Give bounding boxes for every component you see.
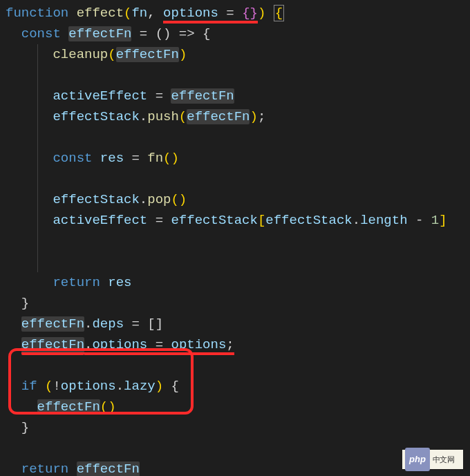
obj-effectStack: effectStack <box>53 192 139 207</box>
keyword-if: if <box>21 379 37 394</box>
rhs-options: options <box>171 337 226 355</box>
empty-array: [] <box>147 316 163 332</box>
line-18: if (!options.lazy) { <box>21 379 179 394</box>
keyword-function: function <box>6 6 68 21</box>
var-res: res <box>100 151 124 166</box>
line-8: const res = fn() <box>53 151 178 166</box>
param-fn: fn <box>131 6 147 21</box>
keyword-return: return <box>21 461 68 476</box>
obj-effectStack: effectStack <box>53 109 139 124</box>
close-brace-inner: } <box>21 296 29 311</box>
param-options: options <box>163 6 218 23</box>
push-arg: effectFn <box>187 109 250 124</box>
line-2: const effectFn = () => { <box>21 26 211 41</box>
var-effectFn: effectFn <box>68 26 131 41</box>
line-19: effectFn() <box>37 399 116 415</box>
line-1: function effect(fn, options = {}) { <box>6 5 284 23</box>
fn-cleanup: cleanup <box>53 47 108 62</box>
num-one: 1 <box>431 213 439 228</box>
obj-effectStack: effectStack <box>171 213 257 228</box>
code-block: function effect(fn, options = {}) { cons… <box>6 3 464 476</box>
watermark: php 中文网 <box>402 450 463 469</box>
obj-effectFn: effectFn <box>21 337 84 355</box>
line-16: effectFn.options = options; <box>21 337 234 355</box>
method-push: push <box>147 109 179 124</box>
line-11: activeEffect = effectStack[effectStack.l… <box>53 213 446 228</box>
fn-effect: effect <box>77 6 124 21</box>
line-15: effectFn.deps = [] <box>21 316 163 332</box>
prop-length: length <box>360 213 407 228</box>
var-activeEffect: activeEffect <box>53 213 147 228</box>
line-3: cleanup(effectFn) <box>53 47 187 62</box>
prop-deps: deps <box>92 316 124 332</box>
line-6: effectStack.push(effectFn); <box>53 109 265 124</box>
arg-effectFn: effectFn <box>116 47 179 62</box>
fn-fn: fn <box>147 151 163 166</box>
obj-effectFn: effectFn <box>21 316 84 332</box>
keyword-return: return <box>53 275 100 290</box>
idx-effectStack: effectStack <box>265 213 352 228</box>
line-5: activeEffect = effectFn <box>53 88 234 104</box>
method-pop: pop <box>147 192 171 207</box>
line-22: return effectFn <box>21 461 140 476</box>
watermark-label: php <box>405 448 430 471</box>
default-obj: {} <box>242 6 258 23</box>
var-res: res <box>108 275 131 290</box>
watermark-suffix: 中文网 <box>433 449 455 470</box>
rhs-effectFn: effectFn <box>171 88 234 104</box>
var-activeEffect: activeEffect <box>53 88 147 104</box>
obj-options: options <box>61 379 116 394</box>
keyword-const: const <box>53 151 92 166</box>
prop-lazy: lazy <box>124 379 156 394</box>
prop-options: options <box>92 337 147 355</box>
call-effectFn: effectFn <box>37 399 100 415</box>
return-effectFn: effectFn <box>77 461 140 476</box>
line-13: return res <box>53 275 131 290</box>
close-brace-if: } <box>21 420 29 435</box>
line-10: effectStack.pop() <box>53 192 187 207</box>
keyword-const: const <box>21 26 61 41</box>
